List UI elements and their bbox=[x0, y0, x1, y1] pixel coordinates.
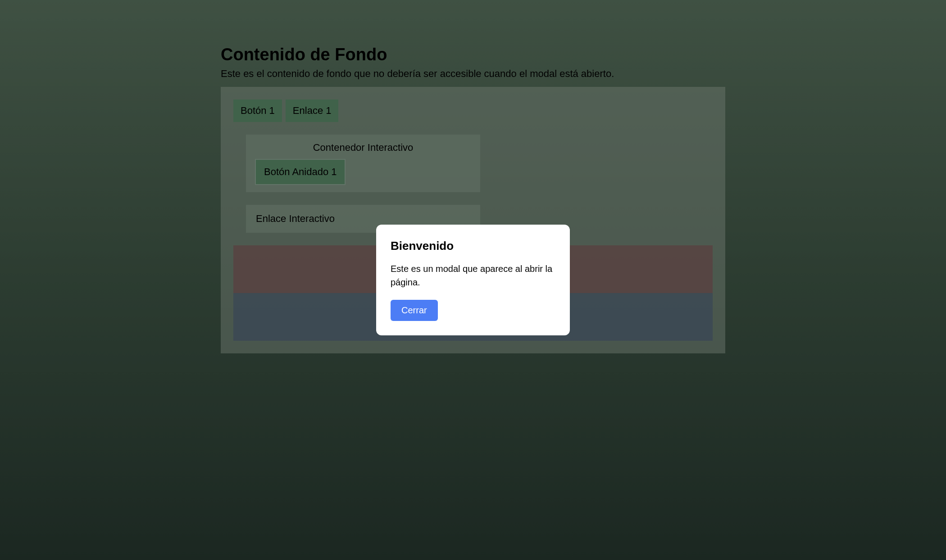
welcome-modal: Bienvenido Este es un modal que aparece … bbox=[376, 225, 570, 335]
close-button[interactable]: Cerrar bbox=[391, 300, 438, 321]
modal-overlay[interactable]: Bienvenido Este es un modal que aparece … bbox=[0, 0, 946, 560]
modal-title: Bienvenido bbox=[391, 239, 555, 253]
modal-body: Este es un modal que aparece al abrir la… bbox=[391, 262, 555, 289]
